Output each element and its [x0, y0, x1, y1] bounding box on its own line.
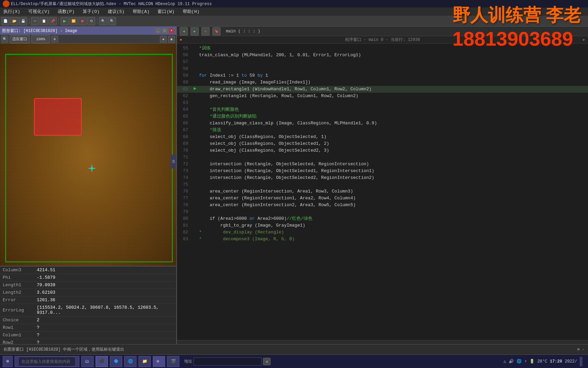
img-zoom-pct[interactable]: 100% [31, 35, 50, 43]
taskbar-app4[interactable]: 🌐 [124, 356, 136, 367]
img-fit[interactable]: 适应窗口 [10, 35, 30, 43]
taskbar-app5-icon: 📁 [142, 359, 147, 364]
address-input[interactable] [194, 357, 262, 366]
line-content: *训练 [198, 45, 588, 52]
main-area: 图形窗口: [H1EC8E3B1020] - Image _ □ × 🔍 适应窗… [0, 27, 588, 344]
line-number: 59 [177, 72, 192, 79]
line-content: intersection (Rectangle, ObjectSelected2… [198, 174, 588, 181]
menu-operators[interactable]: 算子(O) [81, 8, 101, 15]
taskbar-app6[interactable]: ⚙ [153, 356, 165, 367]
scroll-indicator: 览 [171, 155, 176, 168]
save-button[interactable]: 💾 [19, 17, 27, 25]
line-number: 81 [177, 222, 192, 229]
taskbar-app2[interactable]: ⬛ [96, 356, 108, 367]
code-line[interactable]: 66 classify_image_class_mlp (Image, Clas… [177, 120, 588, 127]
line-content: select_obj (ClassRegions, ObjectSelected… [198, 134, 588, 140]
cursor-indicator [88, 165, 95, 172]
clock-time: 17:20 [550, 359, 562, 364]
code-line[interactable]: 55*训练 [177, 45, 588, 52]
code-line[interactable]: 78 area_center (RegionIntersection2, Are… [177, 202, 588, 209]
taskbar-app7[interactable]: 🎬 [167, 356, 179, 367]
code-line[interactable]: 68 select_obj (ClassRegions, ObjectSelec… [177, 134, 588, 140]
start-button[interactable]: ⊞ [3, 356, 13, 367]
reset-button[interactable]: ⟲ [87, 17, 95, 25]
img-maximize[interactable]: □ [162, 28, 167, 33]
step-button[interactable]: ⏩ [69, 17, 78, 25]
stop-button[interactable]: ⏹ [78, 17, 86, 25]
line-number: 72 [177, 161, 192, 168]
copy-button[interactable]: 📋 [40, 17, 48, 25]
img-extra2[interactable]: ◉ [168, 36, 175, 43]
code-line[interactable]: 61► draw_rectangle1 (WindowHandle1, Row1… [177, 86, 588, 93]
zoom-out-button[interactable]: 🔍 [108, 17, 116, 25]
line-number: 66 [177, 120, 192, 127]
code-line[interactable]: 57 [177, 59, 588, 65]
menu-functions[interactable]: 函数(P) [56, 8, 77, 15]
code-line[interactable]: 70 select_obj (ClassRegions, ObjectSelec… [177, 147, 588, 154]
zoom-in-button[interactable]: 🔍 [99, 17, 107, 25]
open-button[interactable]: 📂 [10, 17, 18, 25]
code-line[interactable]: 80 if (Area1>6000 or Area2>6000)//红色/绿色 [177, 215, 588, 222]
taskbar-app5[interactable]: 📁 [138, 356, 151, 367]
variables-panel: Column34214.51Phi-1.5879Length179.0939Le… [0, 266, 176, 344]
code-line[interactable]: 63 [177, 99, 588, 106]
paste-button[interactable]: 📌 [49, 17, 57, 25]
nav-forward[interactable]: ▶ [191, 27, 199, 35]
code-line[interactable]: 60 read_image (Image, ImageFiles[Index1]… [177, 79, 588, 86]
nav-bookmark[interactable]: 🔖 [212, 27, 220, 35]
code-line[interactable]: 59for Index1 := 1 to 59 by 1 [177, 72, 588, 79]
taskbar-app3[interactable]: 🔷 [110, 356, 122, 367]
code-line[interactable]: 74 intersection (Rectangle, ObjectSelect… [177, 174, 588, 181]
h-scrollbar[interactable] [177, 340, 588, 344]
cut-button[interactable]: ✂ [31, 17, 39, 25]
code-line[interactable]: 77 area_center (RegionIntersection1, Are… [177, 195, 588, 202]
variables-table: Column34214.51Phi-1.5879Length179.0939Le… [0, 266, 176, 344]
line-number: 68 [177, 134, 192, 140]
code-line[interactable]: 65 *通过颜色识别判断缺陷 [177, 113, 588, 120]
img-close[interactable]: × [169, 28, 174, 33]
nav-back[interactable]: ◀ [180, 27, 188, 35]
code-line[interactable]: 75 [177, 181, 588, 188]
img-minimize[interactable]: _ [155, 28, 161, 33]
code-line[interactable]: 76 area_center (RegionIntersection, Area… [177, 188, 588, 195]
code-line[interactable]: 56train_class_mlp (MLPHandle1, 200, 1, 0… [177, 52, 588, 59]
code-line[interactable]: 62 gen_rectangle1 (Rectangle, Row1, Colu… [177, 93, 588, 99]
line-number: 83 [177, 236, 192, 243]
new-button[interactable]: 📄 [1, 17, 10, 25]
run-button[interactable]: ▶ [61, 17, 69, 25]
menu-window[interactable]: 窗口(W) [156, 8, 176, 15]
menu-help2[interactable]: 帮助(H) [181, 8, 201, 15]
img-settings[interactable]: ⚙ [51, 36, 58, 43]
search-bar [15, 356, 79, 367]
code-area[interactable]: 55*训练56train_class_mlp (MLPHandle1, 200,… [177, 44, 588, 340]
code-line[interactable]: 69 select_obj (ClassRegions, ObjectSelec… [177, 140, 588, 147]
taskbar-app6-icon: ⚙ [157, 359, 159, 364]
code-line[interactable]: 67 *筛选 [177, 127, 588, 134]
menu-help1[interactable]: 帮助(A) [131, 8, 151, 15]
taskbar-app1[interactable]: 🗂 [81, 356, 94, 367]
img-extra1[interactable]: ◈ [160, 36, 167, 43]
code-line[interactable]: 73 intersection (Rectangle, ObjectSelect… [177, 168, 588, 174]
code-line[interactable]: 64 *首先判断颜色 [177, 106, 588, 113]
taskbar-search-input[interactable] [18, 357, 76, 366]
code-line[interactable]: 71 [177, 154, 588, 161]
img-zoom-tool[interactable]: 🔍 [1, 36, 8, 43]
code-line[interactable]: 79 [177, 209, 588, 215]
line-number: 55 [177, 45, 192, 52]
image-window-title: 图形窗口: [H1EC8E3B1020] - Image [2, 28, 77, 34]
code-line[interactable]: 58 [177, 65, 588, 72]
menu-suggest[interactable]: 建议(S) [106, 8, 127, 15]
code-line[interactable]: 83* decompose3 (Image, R, G, B) [177, 236, 588, 243]
code-topbar: ◀ ▶ ⌂ 🔖 main ( : : : ) [177, 27, 588, 36]
image-display-area[interactable]: 览 [0, 44, 176, 266]
menu-execute[interactable]: 执行(X) [1, 8, 22, 15]
menu-visualize[interactable]: 可视化(V) [26, 8, 51, 15]
show-desktop[interactable] [580, 357, 583, 366]
address-refresh[interactable]: ↺ [263, 358, 271, 365]
code-line[interactable]: 81 rgb1_to_gray (Image, GrayImage1) [177, 222, 588, 229]
nav-home[interactable]: ⌂ [201, 27, 210, 35]
scroll-indicator-status: ⊙ - [577, 347, 585, 352]
code-line[interactable]: 72 intersection (Rectangle, ObjectSelect… [177, 161, 588, 168]
code-line[interactable]: 82* dev_display (Rectangle) [177, 229, 588, 236]
var-name: Row1 [0, 324, 34, 332]
